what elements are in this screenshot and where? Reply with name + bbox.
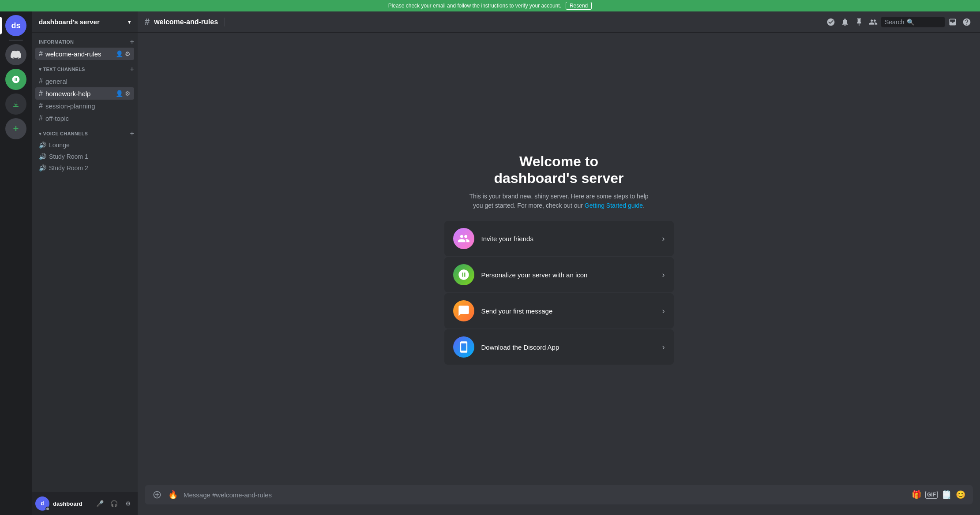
download-app-card[interactable]: Download the Discord App ›: [444, 329, 674, 365]
channel-name: homework-help: [45, 90, 113, 97]
input-right-icons: 🎁 GIF 🗒️ 😊: [911, 489, 966, 500]
channel-session-planning[interactable]: # session-planning: [35, 100, 134, 112]
getting-started-link[interactable]: Getting Started guide: [585, 202, 643, 209]
add-attachment-button[interactable]: [152, 489, 162, 500]
channel-list: INFORMATION + # welcome-and-rules 👤 ⚙ ▾ …: [32, 33, 138, 492]
microphone-button[interactable]: 🎤: [94, 497, 106, 510]
hash-settings-button[interactable]: [825, 16, 837, 28]
voice-channels-label: ▾ VOICE CHANNELS: [39, 131, 88, 137]
user-controls: 🎤 🎧 ⚙: [94, 497, 134, 510]
server-icon-ds[interactable]: ds: [5, 15, 26, 36]
notifications-button[interactable]: [839, 16, 851, 28]
channel-homework-help[interactable]: # homework-help 👤 ⚙: [35, 87, 134, 100]
hash-icon: #: [39, 77, 43, 85]
verify-bar: Please check your email and follow the i…: [0, 0, 980, 11]
settings-button[interactable]: ⚙: [122, 497, 134, 510]
personalize-icon: [453, 264, 474, 285]
add-member-icon[interactable]: 👤: [116, 90, 123, 97]
invite-chevron-icon: ›: [662, 234, 665, 243]
headphone-button[interactable]: 🎧: [108, 497, 120, 510]
personalize-card[interactable]: Personalize your server with an icon ›: [444, 257, 674, 292]
add-member-icon[interactable]: 👤: [116, 50, 123, 57]
text-channels-add-icon[interactable]: +: [130, 65, 134, 73]
voice-channels-header[interactable]: ▾ VOICE CHANNELS +: [32, 128, 138, 139]
information-label: INFORMATION: [39, 39, 74, 45]
information-section-header[interactable]: INFORMATION +: [32, 36, 138, 48]
speaker-icon: 🔊: [39, 142, 46, 149]
emoji-picker-input-button[interactable]: 🔥: [168, 489, 178, 500]
server-header[interactable]: dashboard's server ▾: [32, 11, 138, 33]
inbox-button[interactable]: [946, 16, 959, 28]
channel-welcome-and-rules[interactable]: # welcome-and-rules 👤 ⚙: [35, 48, 134, 60]
download-card-label: Download the Discord App: [481, 343, 655, 351]
voice-channel-study-room-1[interactable]: 🔊 Study Room 1: [35, 151, 134, 162]
server-icon-discord[interactable]: [5, 44, 26, 65]
channel-name: session-planning: [45, 102, 131, 110]
emoji-button[interactable]: 😊: [955, 489, 966, 500]
channel-name: Lounge: [49, 142, 70, 149]
pin-button[interactable]: [853, 16, 865, 28]
welcome-title-line1: Welcome to: [519, 153, 598, 169]
invite-card-label: Invite your friends: [481, 235, 655, 243]
channel-header: # welcome-and-rules Search �: [138, 11, 980, 33]
search-bar[interactable]: Search 🔍: [881, 17, 945, 27]
help-button[interactable]: [961, 16, 973, 28]
channel-header-name: welcome-and-rules: [154, 18, 218, 26]
hash-icon: #: [39, 114, 43, 122]
ds-label: ds: [11, 21, 20, 30]
server-list: ds +: [0, 11, 32, 515]
personalize-chevron-icon: ›: [662, 270, 665, 280]
avatar: d: [35, 496, 49, 511]
invite-friends-card[interactable]: Invite your friends ›: [444, 221, 674, 256]
channel-name: Study Room 1: [49, 153, 88, 160]
text-channels-header[interactable]: ▾ TEXT CHANNELS +: [32, 63, 138, 75]
welcome-desc-suffix: .: [643, 202, 645, 209]
server-icon-add[interactable]: +: [5, 118, 26, 139]
server-name: dashboard's server: [39, 18, 100, 26]
action-cards: Invite your friends › Personalize your s…: [444, 221, 674, 365]
server-icon-green[interactable]: [5, 69, 26, 90]
welcome-description: This is your brand new, shiny server. He…: [466, 192, 652, 210]
server-divider: [9, 40, 23, 41]
gift-button[interactable]: 🎁: [911, 489, 922, 500]
search-icon: 🔍: [907, 19, 914, 26]
verify-text: Please check your email and follow the i…: [388, 3, 561, 9]
search-placeholder-text: Search: [885, 19, 904, 26]
settings-icon[interactable]: ⚙: [125, 90, 131, 97]
voice-channels-add-icon[interactable]: +: [130, 130, 134, 138]
avatar-text: d: [41, 500, 44, 507]
hash-icon: #: [39, 90, 43, 97]
speaker-icon: 🔊: [39, 164, 46, 172]
message-input-field[interactable]: [184, 491, 906, 499]
voice-channels-section: ▾ VOICE CHANNELS + 🔊 Lounge 🔊 Study Room…: [32, 128, 138, 174]
voice-channel-lounge[interactable]: 🔊 Lounge: [35, 139, 134, 151]
channel-sidebar: dashboard's server ▾ INFORMATION + # wel…: [32, 11, 138, 515]
channel-off-topic[interactable]: # off-topic: [35, 112, 134, 124]
information-section: INFORMATION + # welcome-and-rules 👤 ⚙: [32, 36, 138, 60]
speaker-icon: 🔊: [39, 153, 46, 160]
user-info: dashboard: [53, 500, 90, 507]
voice-channel-study-room-2[interactable]: 🔊 Study Room 2: [35, 162, 134, 174]
server-icon-download[interactable]: [5, 93, 26, 115]
header-icons: Search 🔍: [825, 16, 973, 28]
first-message-card[interactable]: Send your first message ›: [444, 293, 674, 328]
first-message-card-label: Send your first message: [481, 307, 655, 315]
channel-name: Study Room 2: [49, 164, 88, 172]
gif-button[interactable]: GIF: [925, 491, 938, 499]
message-input-box: 🔥 🎁 GIF 🗒️ 😊: [145, 485, 973, 504]
text-channels-section: ▾ TEXT CHANNELS + # general # homework-h…: [32, 63, 138, 124]
chevron-down-icon: ▾: [128, 19, 131, 25]
add-server-icon: +: [13, 123, 19, 134]
members-button[interactable]: [867, 16, 879, 28]
download-chevron-icon: ›: [662, 343, 665, 352]
sticker-button[interactable]: 🗒️: [941, 489, 952, 500]
download-icon: [453, 336, 474, 358]
message-input-area: 🔥 🎁 GIF 🗒️ 😊: [138, 485, 980, 515]
channel-general[interactable]: # general: [35, 75, 134, 87]
resend-button[interactable]: Resend: [566, 2, 592, 10]
username: dashboard: [53, 500, 90, 507]
settings-icon[interactable]: ⚙: [125, 50, 131, 57]
welcome-area: Welcome to dashboard's server This is yo…: [138, 33, 980, 485]
information-add-icon[interactable]: +: [130, 38, 134, 46]
channel-name: welcome-and-rules: [45, 50, 113, 58]
